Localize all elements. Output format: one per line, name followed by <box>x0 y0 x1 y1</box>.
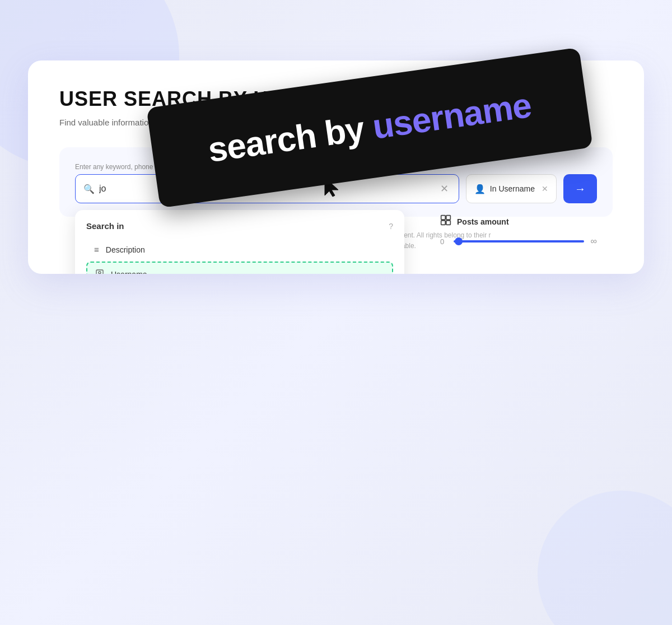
clear-button[interactable]: ✕ <box>438 180 451 197</box>
username-item-icon <box>95 269 104 274</box>
slider-row: 0 ∞ <box>440 236 597 246</box>
svg-point-1 <box>99 272 101 274</box>
search-icon: 🔍 <box>83 184 95 194</box>
banner-before: search by <box>206 108 375 170</box>
slider-min: 0 <box>440 237 447 246</box>
dropdown-item-description[interactable]: ≡ Description <box>86 239 393 260</box>
in-username-label: In Username <box>490 184 535 193</box>
posts-amount-header: Posts amount <box>440 214 597 228</box>
slider-track[interactable] <box>454 240 584 242</box>
posts-icon <box>440 214 451 228</box>
dropdown-title: Search in <box>86 221 124 231</box>
slider-thumb[interactable] <box>455 237 463 245</box>
svg-rect-10 <box>446 221 451 225</box>
svg-rect-7 <box>441 216 446 220</box>
in-username-tag: 👤 In Username ✕ <box>466 174 557 203</box>
in-username-close-button[interactable]: ✕ <box>542 184 548 193</box>
posts-amount-label: Posts amount <box>457 217 509 226</box>
description-label: Description <box>106 245 145 254</box>
username-icon: 👤 <box>474 184 486 194</box>
banner-highlight: username <box>370 86 534 146</box>
search-dropdown: Search in ? ≡ Description Use <box>75 210 404 274</box>
svg-rect-8 <box>446 216 451 220</box>
banner-text: search by username <box>206 88 534 167</box>
slider-max: ∞ <box>591 236 597 246</box>
username-item-label: Username <box>111 270 147 274</box>
search-btn-icon: → <box>575 183 586 195</box>
description-icon: ≡ <box>94 245 99 254</box>
dropdown-header: Search in ? <box>86 221 393 231</box>
svg-rect-9 <box>441 221 446 225</box>
dropdown-item-username[interactable]: Username <box>86 262 393 274</box>
search-button[interactable]: → <box>563 174 597 203</box>
dropdown-help[interactable]: ? <box>389 222 393 231</box>
posts-amount-panel: Posts amount 0 ∞ <box>440 214 597 246</box>
